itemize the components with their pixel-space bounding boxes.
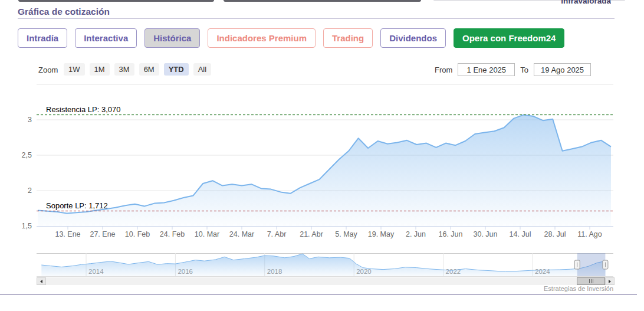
navigator-handle-right[interactable] bbox=[603, 260, 608, 269]
y-axis-label: 2,5 bbox=[22, 151, 32, 159]
x-axis-label: 24. Mar bbox=[229, 230, 254, 238]
navigator-selection[interactable] bbox=[577, 253, 606, 276]
from-label: From bbox=[435, 66, 452, 74]
thumb-grip-icon bbox=[593, 279, 593, 283]
zoom-buttons: 1W 1M 3M 6M YTD All bbox=[64, 63, 211, 76]
x-axis-label: 13. Ene bbox=[55, 230, 80, 238]
scrollbar-right-button[interactable] bbox=[605, 277, 615, 285]
zoom-button-3m[interactable]: 3M bbox=[114, 63, 134, 76]
stock-chart-module: infravalorada Gráfica de cotización Intr… bbox=[0, 0, 644, 311]
navigator-area bbox=[41, 254, 606, 276]
zoom-label: Zoom bbox=[38, 66, 58, 74]
navigator-handle-left[interactable] bbox=[574, 260, 580, 269]
zoom-button-all[interactable]: All bbox=[193, 63, 211, 76]
thumb-grip-icon bbox=[591, 279, 592, 283]
to-date-input[interactable] bbox=[534, 63, 591, 76]
navigator-scrollbar bbox=[37, 277, 615, 285]
scrollbar-thumb[interactable] bbox=[577, 277, 605, 285]
x-axis-label: 28. Jul bbox=[544, 230, 566, 238]
bottom-divider bbox=[0, 294, 637, 295]
navigator-year-label: 2016 bbox=[178, 268, 193, 275]
x-axis-label: 2. Jun bbox=[406, 230, 426, 238]
x-axis-label: 27. Ene bbox=[90, 230, 115, 238]
x-axis-label: 19. May bbox=[368, 230, 395, 238]
arrow-right-icon bbox=[609, 280, 611, 283]
navigator-year-label: 2020 bbox=[356, 268, 372, 275]
x-axis-label: 21. Abr bbox=[300, 230, 323, 238]
x-axis-label: 24. Feb bbox=[160, 230, 185, 238]
navigator-year-label: 2022 bbox=[446, 268, 461, 275]
x-axis-label: 14. Jul bbox=[510, 230, 531, 238]
x-axis-label: 11. Ago bbox=[577, 230, 602, 238]
x-axis-label: 30. Jun bbox=[473, 230, 497, 238]
x-axis-label: 10. Feb bbox=[125, 230, 150, 238]
title-divider bbox=[18, 18, 615, 19]
tab-trading[interactable]: Trading bbox=[323, 28, 373, 48]
zoom-button-1w[interactable]: 1W bbox=[64, 63, 85, 76]
tab-dividendos[interactable]: Dividendos bbox=[380, 28, 446, 48]
zoom-button-1m[interactable]: 1M bbox=[90, 63, 110, 76]
price-line bbox=[38, 115, 611, 214]
navigator-line bbox=[41, 254, 606, 271]
tab-indicadores-premium[interactable]: Indicadores Premium bbox=[208, 28, 316, 48]
page-title: Gráfica de cotización bbox=[18, 6, 110, 17]
chart-tabs: Intradía Interactiva Histórica Indicador… bbox=[18, 28, 564, 48]
date-range-controls: From To bbox=[435, 63, 591, 76]
freedom24-cta-button[interactable]: Opera con Freedom24 bbox=[454, 28, 564, 48]
tab-interactiva[interactable]: Interactiva bbox=[75, 28, 137, 48]
from-date-input[interactable] bbox=[458, 63, 515, 76]
x-axis-label: 7. Abr bbox=[267, 230, 287, 238]
scrollbar-left-button[interactable] bbox=[37, 277, 46, 285]
arrow-left-icon bbox=[40, 280, 42, 283]
navigator-year-label: 2018 bbox=[267, 268, 282, 275]
cutoff-card-edge bbox=[224, 0, 421, 2]
x-axis-label: 16. Jun bbox=[438, 230, 462, 238]
resistance-annotation-label: Resistencia LP: 3,070 bbox=[46, 105, 120, 114]
cutoff-card-edge bbox=[18, 0, 214, 2]
chart-credit-link[interactable]: Estrategias de Inversión bbox=[544, 285, 613, 292]
tab-historica[interactable]: Histórica bbox=[144, 28, 200, 48]
price-area bbox=[38, 115, 611, 226]
navigator-year-label: 2024 bbox=[535, 268, 550, 275]
y-axis-label: 3 bbox=[28, 116, 32, 124]
tab-intradia[interactable]: Intradía bbox=[18, 28, 67, 48]
support-annotation-label: Soporte LP: 1,712 bbox=[46, 201, 108, 210]
scrollbar-track[interactable] bbox=[46, 277, 605, 285]
y-axis-label: 2 bbox=[28, 186, 32, 195]
to-label: To bbox=[520, 66, 528, 74]
zoom-button-ytd[interactable]: YTD bbox=[164, 63, 189, 76]
x-axis-label: 10. Mar bbox=[195, 230, 219, 238]
x-axis-label: 5. May bbox=[335, 230, 357, 238]
navigator-year-label: 2014 bbox=[88, 268, 104, 275]
valuation-badge-clipped: infravalorada bbox=[540, 0, 611, 6]
y-axis-label: 1,5 bbox=[22, 222, 32, 230]
zoom-button-6m[interactable]: 6M bbox=[139, 63, 159, 76]
thumb-grip-icon bbox=[589, 279, 590, 283]
